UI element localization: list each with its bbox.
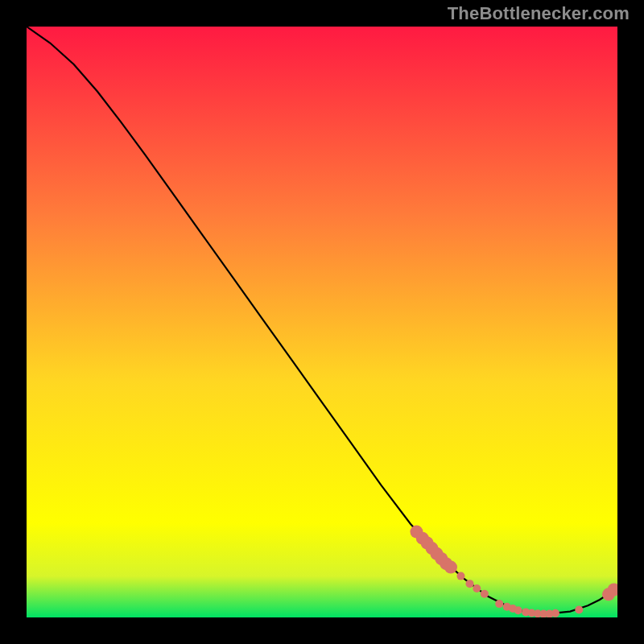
data-marker — [466, 580, 474, 588]
data-marker — [481, 590, 489, 598]
chart-svg — [27, 27, 617, 617]
data-marker — [473, 584, 481, 592]
attribution-text: TheBottlenecker.com — [448, 3, 630, 24]
data-marker — [575, 605, 583, 613]
data-marker — [456, 572, 464, 580]
data-marker — [551, 609, 559, 617]
chart-plot-area — [27, 27, 617, 617]
data-marker — [514, 606, 522, 614]
data-marker — [444, 561, 457, 574]
data-marker — [495, 600, 503, 608]
